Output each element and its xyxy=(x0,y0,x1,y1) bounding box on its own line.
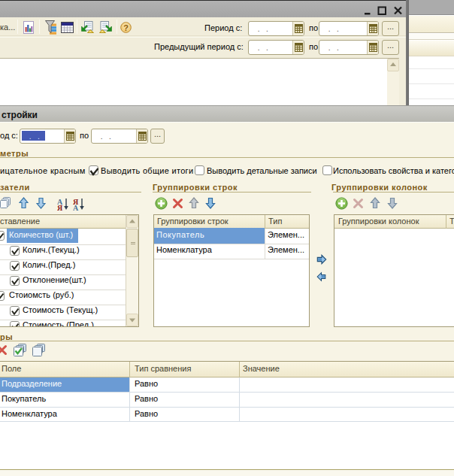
svg-text:Я: Я xyxy=(57,204,63,211)
svg-text:?: ? xyxy=(123,23,129,32)
svg-text:А: А xyxy=(73,204,79,211)
